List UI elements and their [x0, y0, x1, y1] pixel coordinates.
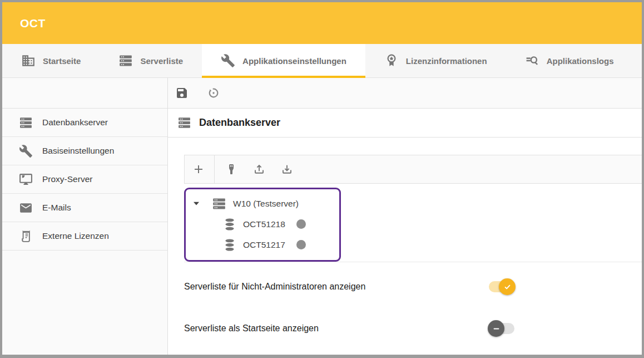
app-header: OCT [2, 2, 642, 44]
tab-startseite[interactable]: Startseite [2, 44, 100, 77]
sidebar-item-label: Datenbankserver [42, 117, 108, 127]
sidebar-item-basiseinstellungen[interactable]: Basiseinstellungen [2, 137, 167, 165]
upload-icon [252, 163, 266, 176]
sidebar-spacer [2, 78, 167, 109]
add-server-button[interactable] [192, 163, 205, 176]
tab-label: Applikationseinstellungen [242, 56, 346, 66]
database-name: OCT51218 [243, 219, 285, 229]
command-toolbar [168, 78, 642, 109]
toolbar-divider [214, 155, 215, 183]
monitor-icon [19, 173, 33, 187]
receipt-icon [19, 229, 33, 243]
database-name: OCT51217 [243, 240, 285, 250]
sidebar-item-label: Externe Lizenzen [42, 231, 109, 241]
tab-bar: Startseite Serverliste Applikationseinst… [2, 44, 642, 78]
sidebar-item-e-mails[interactable]: E-Mails [2, 194, 167, 222]
plus-icon [192, 163, 205, 176]
wrench-icon [221, 53, 235, 68]
export-button[interactable] [252, 163, 266, 176]
toggle-label: Serverliste als Startseite anzeigen [184, 323, 319, 334]
sidebar-item-label: E-Mails [42, 203, 71, 213]
minus-icon [488, 320, 504, 337]
status-dot [296, 219, 306, 229]
settings-sidebar: Datenbankserver Basiseinstellungen Proxy… [2, 78, 168, 355]
save-button[interactable] [175, 86, 189, 100]
server-list-icon [118, 53, 133, 68]
database-icon [223, 218, 236, 231]
main-panel: Datenbankserver [168, 78, 642, 355]
award-badge-icon [384, 53, 399, 68]
tab-applikationslogs[interactable]: Applikationslogs [506, 44, 633, 77]
status-dot [296, 240, 306, 249]
tree-node-database[interactable]: OCT51218 [186, 214, 339, 234]
sidebar-item-datenbankserver[interactable]: Datenbankserver [2, 109, 167, 137]
toggle-row-serverliste-nicht-admins: Serverliste für Nicht-Administratoren an… [184, 277, 514, 296]
tab-label: Startseite [43, 56, 81, 66]
toggle-row-serverliste-startseite: Serverliste als Startseite anzeigen [184, 319, 514, 338]
tab-applikationseinstellungen[interactable]: Applikationseinstellungen [202, 44, 365, 77]
tab-label: Serverliste [140, 56, 183, 66]
import-button[interactable] [280, 163, 294, 176]
tab-label: Lizenzinformationen [406, 56, 487, 66]
tree-node-server[interactable]: W10 (Testserver) [186, 193, 339, 214]
toggle-serverliste-startseite[interactable] [489, 323, 514, 334]
wrench-icon [19, 144, 33, 158]
section-content: W10 (Testserver) OCT51218 OCT51217 [168, 138, 642, 355]
tree-node-database[interactable]: OCT51217 [186, 234, 339, 255]
server-list-icon [19, 116, 33, 130]
save-icon [175, 86, 189, 100]
server-icon [212, 197, 226, 211]
caret-down-icon[interactable] [193, 201, 200, 206]
building-icon [21, 53, 36, 68]
app-title: OCT [20, 17, 46, 30]
sidebar-item-externe-lizenzen[interactable]: Externe Lizenzen [2, 222, 167, 251]
envelope-icon [19, 201, 33, 215]
download-icon [280, 163, 294, 176]
app-window: OCT Startseite Serverliste Applikationse… [0, 0, 644, 358]
restore-button[interactable] [206, 86, 221, 100]
server-list-toolbar [184, 155, 642, 184]
connection-test-button[interactable] [225, 163, 238, 176]
plug-icon [225, 163, 238, 176]
page-title: Datenbankserver [199, 117, 280, 129]
restore-icon [207, 86, 220, 100]
tab-lizenzinformationen[interactable]: Lizenzinformationen [365, 44, 506, 77]
server-tree-region: W10 (Testserver) OCT51218 OCT51217 [184, 184, 642, 262]
tab-label: Applikationslogs [547, 56, 614, 66]
toggle-label: Serverliste für Nicht-Administratoren an… [184, 282, 365, 292]
section-header: Datenbankserver [168, 109, 642, 138]
database-icon [223, 238, 236, 252]
check-icon [499, 278, 516, 295]
database-server-tree: W10 (Testserver) OCT51218 OCT51217 [184, 188, 341, 262]
sidebar-item-label: Proxy-Server [42, 174, 92, 184]
server-list-icon [177, 116, 191, 130]
toggle-serverliste-nicht-admins[interactable] [489, 281, 514, 292]
sidebar-item-label: Basiseinstellungen [42, 146, 114, 156]
tab-serverliste[interactable]: Serverliste [100, 44, 202, 77]
log-search-icon [525, 53, 539, 68]
tree-node-label: W10 (Testserver) [233, 199, 299, 209]
sidebar-item-proxy-server[interactable]: Proxy-Server [2, 165, 167, 194]
